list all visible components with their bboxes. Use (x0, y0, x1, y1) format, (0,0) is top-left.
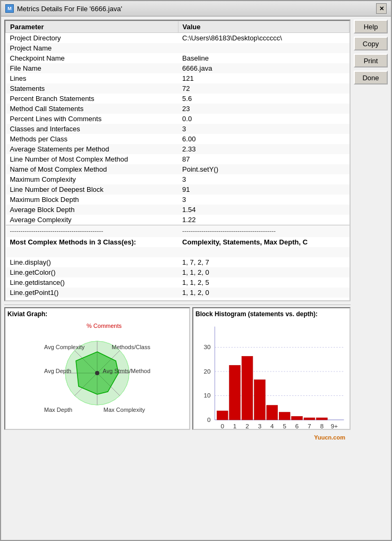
window-title: Metrics Details For File '6666.java' (17, 5, 122, 13)
svg-rect-28 (317, 418, 328, 420)
metrics-table-container[interactable]: Parameter Value Project DirectoryC:\User… (4, 20, 351, 301)
content-area: Parameter Value Project DirectoryC:\User… (1, 16, 391, 540)
svg-rect-23 (254, 380, 266, 420)
svg-text:8: 8 (320, 422, 324, 429)
table-row: Maximum Block Depth3 (6, 195, 350, 205)
value-cell (178, 43, 349, 53)
param-cell: Project Name (6, 43, 178, 53)
param-cell: Percent Lines with Comments (6, 114, 178, 124)
table-row: Project DirectoryC:\Users\86183\Desktop\… (6, 33, 350, 44)
value-cell: 1.54 (178, 205, 349, 215)
svg-rect-26 (292, 417, 303, 420)
table-row: File Name6666.java (6, 63, 350, 73)
method-row: Line.getPoint2()1, 1, 2, 0 (6, 298, 350, 301)
label-max-depth: Max Depth (44, 407, 72, 413)
copy-button[interactable]: Copy (354, 37, 388, 50)
svg-rect-21 (229, 365, 241, 420)
table-row: Average Block Depth1.54 (6, 205, 350, 215)
param-cell: Line Number of Deepest Block (6, 184, 178, 195)
svg-text:10: 10 (204, 392, 211, 399)
label-max-complexity: Max Complexity (104, 407, 145, 413)
separator-row: ----------------------------------------… (6, 225, 350, 238)
svg-text:20: 20 (204, 368, 211, 375)
value-cell: C:\Users\86183\Desktop\cccccc\ (178, 33, 349, 44)
param-cell: Name of Most Complex Method (6, 164, 178, 174)
spider-container: % Comments Methods/Class Avg Stmts/Metho… (44, 323, 150, 424)
svg-rect-25 (279, 412, 290, 420)
table-row: Statements72 (6, 83, 350, 94)
label-methods-class: Methods/Class (112, 344, 150, 350)
sidebar-buttons: Help Copy Print Done (351, 16, 391, 540)
method-value-cell: 1, 1, 2, 0 (178, 288, 349, 298)
svg-text:1: 1 (233, 422, 237, 429)
main-window: M Metrics Details For File '6666.java' ✕… (0, 0, 392, 541)
section-header-row: Most Complex Methods in 3 Class(es):Comp… (6, 237, 350, 247)
empty-row (6, 247, 350, 257)
histogram-label: Block Histogram (statements vs. depth): (195, 310, 347, 318)
print-button[interactable]: Print (354, 54, 388, 67)
method-name-cell: Line.getPoint2() (6, 298, 178, 301)
method-name-cell: Line.getColor() (6, 267, 178, 277)
method-value-cell: 1, 7, 2, 7 (178, 257, 349, 267)
histogram-svg: 0 10 20 30 (195, 319, 347, 442)
svg-text:9+: 9+ (331, 422, 338, 429)
param-cell: Project Directory (6, 33, 178, 44)
window-icon: M (5, 4, 14, 13)
value-cell: 3 (178, 195, 349, 205)
done-button[interactable]: Done (354, 71, 388, 84)
svg-text:6: 6 (295, 422, 299, 429)
histogram-panel: Block Histogram (statements vs. depth): … (192, 307, 351, 430)
param-cell: Percent Branch Statements (6, 94, 178, 104)
value-cell: 3 (178, 174, 349, 184)
svg-point-10 (95, 371, 99, 375)
method-row: Line.display()1, 7, 2, 7 (6, 257, 350, 267)
param-cell: Maximum Block Depth (6, 195, 178, 205)
separator-col2: ----------------------------------------… (178, 225, 349, 238)
histogram-graph: 0 10 20 30 (195, 319, 347, 442)
label-avg-complexity: Avg Complexity (44, 344, 84, 350)
param-cell: Line Number of Most Complex Method (6, 154, 178, 164)
value-cell: 121 (178, 73, 349, 83)
table-row: Name of Most Complex MethodPoint.setY() (6, 164, 350, 174)
table-row: Method Call Statements23 (6, 104, 350, 114)
value-cell: 0.0 (178, 114, 349, 124)
param-cell: Classes and Interfaces (6, 124, 178, 134)
method-value-cell: 1, 1, 2, 0 (178, 298, 349, 301)
param-cell: Average Block Depth (6, 205, 178, 215)
method-value-cell: 1, 1, 2, 0 (178, 267, 349, 277)
table-row: Line Number of Most Complex Method87 (6, 154, 350, 164)
value-cell: 91 (178, 184, 349, 195)
svg-text:5: 5 (283, 422, 286, 429)
method-name-cell: Line.getPoint1() (6, 288, 178, 298)
param-cell: Methods per Class (6, 134, 178, 144)
help-button[interactable]: Help (354, 20, 388, 33)
method-row: Line.getdistance()1, 1, 2, 5 (6, 277, 350, 288)
watermark: Yuucn.com (314, 434, 345, 441)
value-cell: 5.6 (178, 94, 349, 104)
close-button[interactable]: ✕ (376, 3, 387, 14)
svg-rect-20 (217, 411, 228, 420)
table-row: Average Complexity1.22 (6, 215, 350, 225)
value-cell: 3 (178, 124, 349, 134)
method-name-cell: Line.display() (6, 257, 178, 267)
value-cell: 6.00 (178, 134, 349, 144)
section-label-col1: Most Complex Methods in 3 Class(es): (6, 237, 178, 247)
svg-text:0: 0 (220, 422, 224, 429)
svg-text:30: 30 (204, 343, 211, 350)
value-cell: 72 (178, 83, 349, 94)
table-row: Lines121 (6, 73, 350, 83)
kiviat-label: Kiviat Graph: (7, 310, 187, 318)
kiviat-graph: % Comments Methods/Class Avg Stmts/Metho… (7, 319, 187, 427)
table-row: Project Name (6, 43, 350, 53)
svg-text:0: 0 (207, 416, 211, 423)
label-pct-comments: % Comments (87, 323, 122, 329)
param-cell: File Name (6, 63, 178, 73)
svg-rect-24 (267, 405, 278, 420)
svg-text:4: 4 (270, 422, 274, 429)
col-header-value: Value (178, 21, 349, 33)
param-cell: Lines (6, 73, 178, 83)
svg-rect-22 (242, 356, 253, 420)
value-cell: 6666.java (178, 63, 349, 73)
metrics-table: Parameter Value Project DirectoryC:\User… (5, 21, 350, 301)
value-cell: Baseline (178, 53, 349, 63)
